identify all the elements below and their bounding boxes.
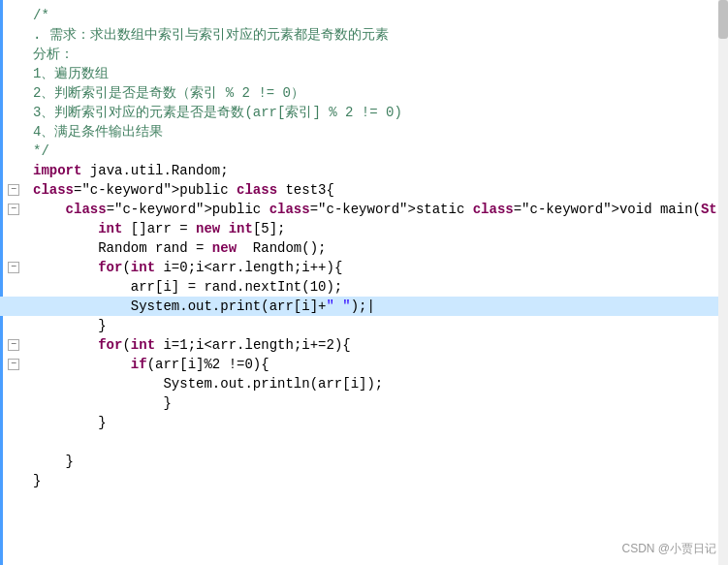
line-gutter — [0, 393, 27, 413]
code-line: */ — [0, 141, 728, 161]
line-content: } — [27, 471, 728, 490]
code-line: 3、判断索引对应的元素是否是奇数(arr[索引] % 2 != 0) — [0, 103, 728, 122]
line-content: . 需求：求出数组中索引与索引对应的元素都是奇数的元素 — [27, 25, 728, 45]
code-line: int []arr = new int[5]; — [0, 219, 728, 238]
code-line: } — [0, 393, 728, 413]
line-gutter — [0, 277, 27, 297]
scrollbar-vertical[interactable] — [718, 0, 728, 565]
line-content: 1、遍历数组 — [27, 64, 728, 83]
code-line: 4、满足条件输出结果 — [0, 122, 728, 141]
code-line: − if(arr[i]%2 !=0){ — [0, 355, 728, 374]
code-line — [0, 432, 728, 452]
line-content: for(int i=1;i<arr.length;i+=2){ — [27, 335, 728, 355]
line-gutter: − — [0, 355, 27, 374]
line-gutter — [0, 471, 27, 490]
code-line: System.out.println(arr[i]); — [0, 374, 728, 393]
code-line: − class="c-keyword">public class="c-keyw… — [0, 200, 728, 219]
line-content: 4、满足条件输出结果 — [27, 122, 728, 141]
scrollbar-thumb[interactable] — [718, 0, 728, 39]
code-line: − for(int i=1;i<arr.length;i+=2){ — [0, 335, 728, 355]
line-content: } — [27, 393, 728, 413]
fold-icon[interactable]: − — [8, 184, 19, 196]
code-line: 1、遍历数组 — [0, 64, 728, 83]
line-gutter — [0, 141, 27, 161]
line-content: System.out.print(arr[i]+" ");| — [27, 297, 728, 316]
code-line: System.out.print(arr[i]+" ");| — [0, 297, 728, 316]
code-line: } — [0, 452, 728, 471]
line-content: class="c-keyword">public class="c-keywor… — [27, 200, 728, 219]
line-gutter: − — [0, 258, 27, 277]
line-content: } — [27, 452, 728, 471]
line-content: if(arr[i]%2 !=0){ — [27, 355, 728, 374]
line-content: } — [27, 413, 728, 432]
line-gutter — [0, 316, 27, 335]
line-gutter: − — [0, 180, 27, 200]
line-content: 3、判断索引对应的元素是否是奇数(arr[索引] % 2 != 0) — [27, 103, 728, 122]
fold-icon[interactable]: − — [8, 262, 19, 273]
line-gutter — [0, 413, 27, 432]
line-gutter — [0, 374, 27, 393]
code-line: } — [0, 471, 728, 490]
code-area: /*. 需求：求出数组中索引与索引对应的元素都是奇数的元素分析：1、遍历数组2、… — [0, 0, 728, 496]
watermark: CSDN @小贾日记 — [621, 541, 716, 557]
line-gutter: − — [0, 335, 27, 355]
line-gutter — [0, 122, 27, 141]
line-content — [27, 432, 728, 452]
line-content: 2、判断索引是否是奇数（索引 % 2 != 0） — [27, 83, 728, 103]
line-content: arr[i] = rand.nextInt(10); — [27, 277, 728, 297]
code-line: . 需求：求出数组中索引与索引对应的元素都是奇数的元素 — [0, 25, 728, 45]
code-line: 2、判断索引是否是奇数（索引 % 2 != 0） — [0, 83, 728, 103]
code-line: −class="c-keyword">public class test3{ — [0, 180, 728, 200]
code-line: 分析： — [0, 45, 728, 64]
line-gutter — [0, 83, 27, 103]
line-gutter — [0, 103, 27, 122]
code-line: import java.util.Random; — [0, 161, 728, 180]
line-gutter — [0, 297, 27, 316]
line-gutter — [0, 219, 27, 238]
line-content: */ — [27, 141, 728, 161]
line-gutter — [0, 432, 27, 452]
fold-icon[interactable]: − — [8, 339, 19, 351]
code-editor: /*. 需求：求出数组中索引与索引对应的元素都是奇数的元素分析：1、遍历数组2、… — [0, 0, 728, 565]
fold-icon[interactable]: − — [8, 204, 19, 215]
line-gutter — [0, 161, 27, 180]
code-line: − for(int i=0;i<arr.length;i++){ — [0, 258, 728, 277]
code-line: /* — [0, 6, 728, 25]
code-line: arr[i] = rand.nextInt(10); — [0, 277, 728, 297]
line-gutter — [0, 64, 27, 83]
line-gutter — [0, 452, 27, 471]
code-line: Random rand = new Random(); — [0, 238, 728, 258]
line-gutter — [0, 6, 27, 25]
line-content: Random rand = new Random(); — [27, 238, 728, 258]
line-content: 分析： — [27, 45, 728, 64]
code-line: } — [0, 316, 728, 335]
line-content: import java.util.Random; — [27, 161, 728, 180]
line-content: class="c-keyword">public class test3{ — [27, 180, 728, 200]
line-content: for(int i=0;i<arr.length;i++){ — [27, 258, 728, 277]
line-gutter — [0, 25, 27, 45]
line-content: int []arr = new int[5]; — [27, 219, 728, 238]
line-gutter: − — [0, 200, 27, 219]
line-content: System.out.println(arr[i]); — [27, 374, 728, 393]
line-gutter — [0, 238, 27, 258]
line-gutter — [0, 45, 27, 64]
fold-icon[interactable]: − — [8, 359, 19, 370]
line-content: } — [27, 316, 728, 335]
code-line: } — [0, 413, 728, 432]
line-content: /* — [27, 6, 728, 25]
